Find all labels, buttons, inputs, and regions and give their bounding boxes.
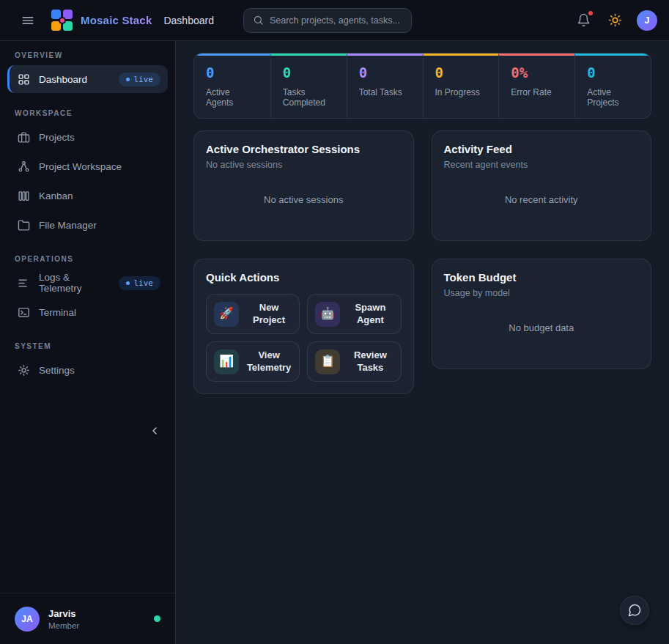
sidebar-item-logs-telemetry[interactable]: Logs & Telemetry live <box>7 269 168 297</box>
bell-icon <box>577 13 591 27</box>
sidebar-item-label: Kanban <box>39 190 73 201</box>
stat-label: Error Rate <box>511 87 563 97</box>
card-title: Activity Feed <box>444 143 640 155</box>
sidebar: OVERVIEW Dashboard live WORKSPACE Projec… <box>0 41 176 644</box>
card-title: Active Orchestrator Sessions <box>206 143 402 155</box>
briefcase-icon <box>18 131 30 144</box>
sidebar-item-settings[interactable]: Settings <box>7 356 168 384</box>
notification-dot <box>588 11 593 15</box>
stat-label: Total Tasks <box>359 87 411 97</box>
stats-row: 0 Active Agents 0 Tasks Completed 0 Tota… <box>193 53 651 119</box>
sidebar-item-label: Dashboard <box>39 74 87 85</box>
stat-label: Active Agents <box>206 87 259 108</box>
sidebar-item-dashboard[interactable]: Dashboard live <box>7 65 168 93</box>
live-badge: live <box>119 276 161 290</box>
spawn-agent-button[interactable]: 🤖 Spawn Agent <box>307 294 401 334</box>
section-label: OVERVIEW <box>0 51 175 59</box>
topbar: Mosaic Stack Dashboard J <box>0 0 669 41</box>
user-role: Member <box>48 621 79 630</box>
search-box[interactable] <box>243 8 412 33</box>
page-title: Dashboard <box>163 15 214 26</box>
hamburger-icon <box>21 13 35 28</box>
stat-value: 0 <box>206 64 259 81</box>
menu-button[interactable] <box>18 10 38 31</box>
topbar-actions: J <box>574 10 657 31</box>
stat-active-agents: 0 Active Agents <box>194 53 270 118</box>
sidebar-item-label: Settings <box>39 365 75 376</box>
view-telemetry-button[interactable]: 📊 View Telemetry <box>206 341 300 382</box>
card-subtitle: No active sessions <box>206 160 402 170</box>
robot-icon: 🤖 <box>315 302 340 327</box>
sidebar-section-workspace: WORKSPACE Projects Project Workspace Kan… <box>0 109 175 240</box>
activity-empty-state: No recent activity <box>444 170 640 229</box>
chevron-left-icon <box>149 425 160 437</box>
stat-active-projects: 0 Active Projects <box>574 53 651 118</box>
stat-label: Active Projects <box>587 87 639 108</box>
stat-label: In Progress <box>435 87 487 97</box>
new-project-button[interactable]: 🚀 New Project <box>206 294 300 334</box>
action-label: Spawn Agent <box>347 302 393 327</box>
sidebar-collapse-button[interactable] <box>146 422 163 440</box>
folder-icon <box>18 219 30 232</box>
clipboard-icon: 📋 <box>315 349 340 374</box>
sidebar-section-overview: OVERVIEW Dashboard live <box>0 51 175 95</box>
gear-icon <box>18 364 30 377</box>
user-avatar-button[interactable]: J <box>637 10 657 31</box>
sidebar-item-project-workspace[interactable]: Project Workspace <box>7 152 168 180</box>
cards-grid: Active Orchestrator Sessions No active s… <box>193 130 651 394</box>
review-tasks-button[interactable]: 📋 Review Tasks <box>307 341 401 382</box>
token-budget-card: Token Budget Usage by model No budget da… <box>432 259 652 369</box>
sessions-empty-state: No active sessions <box>206 170 402 229</box>
sidebar-section-operations: OPERATIONS Logs & Telemetry live Termina… <box>0 255 175 327</box>
activity-feed-card: Activity Feed Recent agent events No rec… <box>432 130 652 241</box>
stat-in-progress: 0 In Progress <box>423 53 499 118</box>
sidebar-item-label: Terminal <box>39 307 76 318</box>
notifications-button[interactable] <box>574 10 594 30</box>
live-dot-icon <box>126 78 130 81</box>
sidebar-item-file-manager[interactable]: File Manager <box>7 211 168 239</box>
sidebar-user-box[interactable]: JA Jarvis Member <box>0 593 175 644</box>
grid-icon <box>18 73 30 86</box>
live-badge-label: live <box>134 278 154 288</box>
rocket-icon: 🚀 <box>214 302 239 327</box>
stat-label: Tasks Completed <box>283 87 335 108</box>
user-meta: Jarvis Member <box>48 608 79 630</box>
sidebar-item-projects[interactable]: Projects <box>7 123 168 151</box>
card-subtitle: Usage by model <box>444 288 640 298</box>
app-root: Mosaic Stack Dashboard J <box>0 0 669 644</box>
brand-name: Mosaic Stack <box>81 14 152 26</box>
terminal-icon <box>18 306 30 319</box>
online-status-dot <box>154 615 160 622</box>
theme-toggle-button[interactable] <box>605 10 625 30</box>
sidebar-item-kanban[interactable]: Kanban <box>7 182 168 210</box>
mosaic-logo <box>51 10 73 32</box>
live-badge-label: live <box>134 75 154 84</box>
quick-actions-grid: 🚀 New Project 🤖 Spawn Agent 📊 View Telem… <box>206 294 402 382</box>
live-badge: live <box>119 73 161 86</box>
sidebar-item-terminal[interactable]: Terminal <box>7 298 168 326</box>
action-label: Review Tasks <box>347 349 393 374</box>
live-dot-icon <box>126 281 130 285</box>
sidebar-item-label: File Manager <box>39 220 97 231</box>
sessions-card: Active Orchestrator Sessions No active s… <box>193 130 414 241</box>
bar-chart-icon: 📊 <box>214 349 239 374</box>
stat-value: 0 <box>359 64 411 81</box>
section-label: OPERATIONS <box>0 255 175 263</box>
stat-value: 0 <box>435 64 487 81</box>
network-icon <box>18 160 30 173</box>
action-label: View Telemetry <box>246 349 292 374</box>
sidebar-item-label: Project Workspace <box>39 161 122 172</box>
stat-total-tasks: 0 Total Tasks <box>347 53 423 118</box>
action-label: New Project <box>246 302 292 327</box>
sidebar-section-system: SYSTEM Settings <box>0 342 175 385</box>
section-label: SYSTEM <box>0 342 175 350</box>
chat-fab-button[interactable] <box>620 596 649 625</box>
stat-error-rate: 0% Error Rate <box>498 53 574 118</box>
stat-value: 0% <box>511 64 563 81</box>
sidebar-item-label: Logs & Telemetry <box>39 272 110 294</box>
main-content: 0 Active Agents 0 Tasks Completed 0 Tota… <box>176 41 669 644</box>
sidebar-item-label: Projects <box>39 132 75 143</box>
stat-tasks-completed: 0 Tasks Completed <box>270 53 347 118</box>
logs-icon <box>18 277 30 289</box>
search-input[interactable] <box>270 15 402 26</box>
